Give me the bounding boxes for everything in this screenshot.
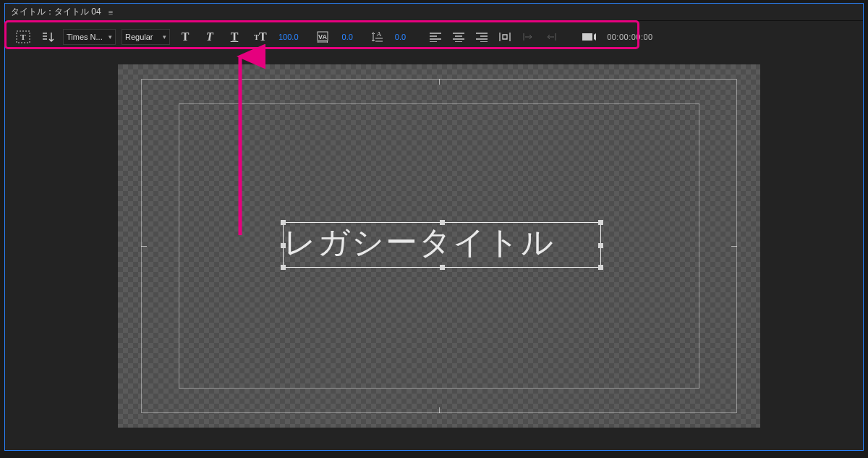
resize-handle[interactable] [440, 220, 445, 225]
show-video-icon[interactable] [579, 27, 598, 46]
font-size-value[interactable]: 100.0 [277, 33, 300, 41]
resize-handle[interactable] [281, 243, 286, 248]
title-text-content[interactable]: レガシータイトル [284, 224, 555, 260]
title-canvas[interactable]: レガシータイトル [118, 64, 760, 428]
svg-text:VA: VA [318, 33, 327, 41]
italic-button[interactable]: T [200, 27, 219, 46]
font-style-label: Regular [125, 33, 160, 41]
leading-icon: A [369, 27, 388, 46]
panel-menu-icon[interactable]: ≡ [109, 8, 113, 17]
font-size-icon: TT [250, 27, 271, 46]
resize-handle[interactable] [598, 265, 603, 270]
tab-title: タイトル：タイトル 04 [11, 6, 101, 18]
resize-handle[interactable] [281, 220, 286, 225]
selection-roll-icon[interactable] [38, 27, 57, 46]
timecode-value[interactable]: 00:00:00:00 [607, 33, 653, 41]
underline-button[interactable]: T [225, 27, 244, 46]
chevron-down-icon: ▾ [109, 33, 112, 41]
resize-handle[interactable] [281, 265, 286, 270]
panel-tab-header[interactable]: タイトル：タイトル 04 ≡ [5, 4, 863, 21]
tab-stop-left-button [519, 27, 537, 46]
alignment-group [426, 27, 561, 46]
tab-stop-right-button [542, 27, 561, 46]
kerning-icon: VA [315, 27, 335, 46]
titler-panel: タイトル：タイトル 04 ≡ T Times N... ▾ Regular ▾ … [4, 3, 864, 451]
resize-handle[interactable] [440, 265, 445, 270]
align-left-button[interactable] [426, 27, 445, 46]
title-text-box[interactable]: レガシータイトル [283, 222, 601, 268]
align-right-button[interactable] [472, 27, 491, 46]
svg-text:A: A [377, 30, 382, 38]
distribute-button[interactable] [495, 27, 514, 46]
font-family-label: Times N... [67, 33, 106, 41]
font-style-dropdown[interactable]: Regular ▾ [122, 29, 170, 45]
kerning-value[interactable]: 0.0 [341, 33, 354, 41]
title-properties-toolbar: T Times N... ▾ Regular ▾ T T T TT 100.0 … [11, 24, 857, 50]
font-family-dropdown[interactable]: Times N... ▾ [63, 29, 116, 45]
align-center-button[interactable] [449, 27, 468, 46]
chevron-down-icon: ▾ [163, 33, 166, 41]
bold-button[interactable]: T [176, 27, 195, 46]
leading-value[interactable]: 0.0 [393, 33, 407, 41]
svg-text:T: T [20, 33, 26, 41]
type-tool-icon[interactable]: T [14, 27, 33, 46]
resize-handle[interactable] [598, 243, 603, 248]
resize-handle[interactable] [598, 220, 603, 225]
